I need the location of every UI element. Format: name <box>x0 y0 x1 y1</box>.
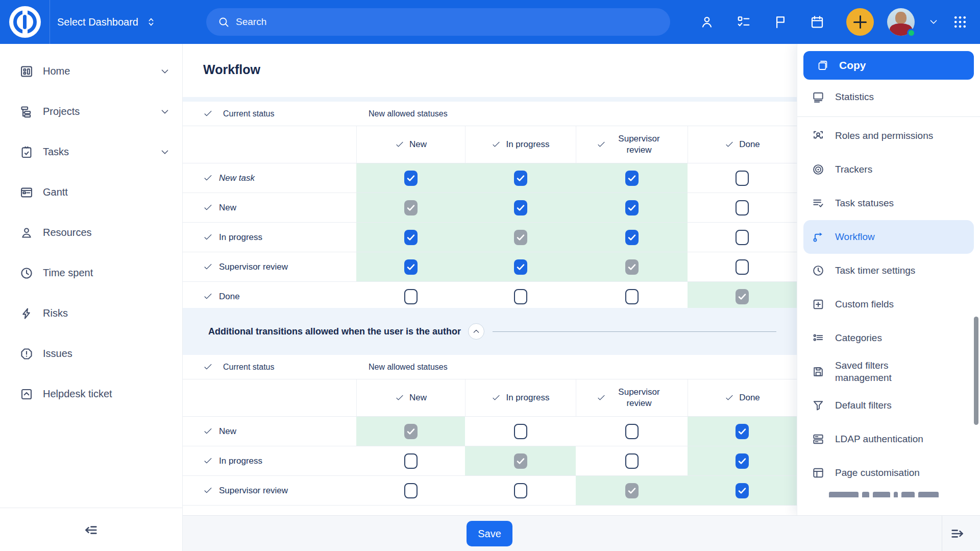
sidebar-item-home[interactable]: Home <box>0 51 182 91</box>
panel-item-label: Saved filters management <box>835 360 947 384</box>
transition-checkbox-unchecked[interactable] <box>514 424 527 439</box>
search-input[interactable]: Search <box>206 8 670 36</box>
sidebar-item-helpdesk-ticket[interactable]: Helpdesk ticket <box>0 374 182 414</box>
workflow-row-supervisor-review: Supervisor review <box>183 476 797 506</box>
transition-checkbox-unchecked[interactable] <box>404 289 418 304</box>
user-avatar[interactable] <box>887 8 915 36</box>
transition-checkbox-checked[interactable] <box>736 483 749 498</box>
transition-cell <box>576 193 688 222</box>
row-label: New <box>183 417 356 446</box>
column-header-in-progress[interactable]: In progress <box>465 126 576 163</box>
panel-scrollbar-thumb[interactable] <box>974 317 978 425</box>
panel-item-trackers[interactable]: Trackers <box>803 153 974 186</box>
copy-icon <box>817 59 829 71</box>
clipped-menu-item <box>829 492 974 497</box>
panel-item-task-statuses[interactable]: Task statuses <box>803 186 974 220</box>
dashboard-selector[interactable]: Select Dashboard <box>57 0 157 44</box>
sidebar-item-risks[interactable]: Risks <box>0 293 182 333</box>
search-icon <box>217 16 230 28</box>
transition-checkbox-unchecked[interactable] <box>736 171 749 186</box>
transition-checkbox-unchecked[interactable] <box>514 289 527 304</box>
transition-checkbox-unchecked[interactable] <box>736 259 749 275</box>
transition-cell <box>465 163 576 193</box>
customfields-icon <box>812 298 825 311</box>
transition-checkbox-unchecked[interactable] <box>625 424 639 439</box>
panel-item-saved-filters-management[interactable]: Saved filters management <box>803 355 974 389</box>
column-header-new[interactable]: New <box>356 126 465 163</box>
transition-checkbox-unchecked[interactable] <box>514 483 527 498</box>
transition-checkbox-checked[interactable] <box>404 259 418 275</box>
panel-item-custom-fields[interactable]: Custom fields <box>803 288 974 321</box>
check-icon <box>203 232 213 242</box>
panel-item-statistics[interactable]: Statistics <box>803 83 974 111</box>
clock-icon <box>812 264 825 277</box>
transition-checkbox-checked[interactable] <box>514 200 527 215</box>
transition-checkbox-checked[interactable] <box>514 171 527 186</box>
column-header-done[interactable]: Done <box>688 379 797 416</box>
check-icon <box>203 262 213 272</box>
panel-item-label: Task statuses <box>835 197 894 209</box>
apps-grid-icon[interactable] <box>952 14 968 30</box>
expand-panel-icon[interactable] <box>949 525 967 542</box>
transition-checkbox-checked[interactable] <box>625 230 639 245</box>
transition-checkbox-checked[interactable] <box>736 424 749 439</box>
transition-checkbox-checked[interactable] <box>625 171 639 186</box>
panel-item-workflow[interactable]: Workflow <box>803 220 974 254</box>
user-menu-chevron-icon[interactable] <box>928 16 939 28</box>
transition-cell <box>688 417 797 446</box>
profile-icon[interactable] <box>699 14 715 30</box>
transition-checkbox-checked[interactable] <box>736 453 749 469</box>
panel-item-task-timer-settings[interactable]: Task timer settings <box>803 254 974 288</box>
transition-cell <box>356 417 465 446</box>
transition-checkbox-checked[interactable] <box>404 171 418 186</box>
panel-item-page-customisation[interactable]: Page customisation <box>803 456 974 490</box>
transition-checkbox-unchecked[interactable] <box>404 483 418 498</box>
app-logo[interactable] <box>0 0 50 44</box>
copy-button[interactable]: Copy <box>803 51 974 80</box>
column-header-in-progress[interactable]: In progress <box>465 379 576 416</box>
transition-checkbox-checked[interactable] <box>625 200 639 215</box>
check-icon <box>492 393 501 402</box>
panel-item-label: Workflow <box>835 231 875 243</box>
panel-item-categories[interactable]: Categories <box>803 321 974 355</box>
panel-item-ldap-authentication[interactable]: LDAP authentication <box>803 422 974 456</box>
sidebar-item-resources[interactable]: Resources <box>0 212 182 253</box>
transition-checkbox-checked[interactable] <box>404 230 418 245</box>
flag-icon[interactable] <box>773 14 788 30</box>
workflow-row-in-progress: In progress <box>183 223 797 252</box>
quick-add-button[interactable] <box>846 8 874 36</box>
transition-cell <box>576 252 688 281</box>
transition-checkbox-unchecked[interactable] <box>625 289 639 304</box>
row-label: Supervisor review <box>183 476 356 505</box>
column-header-supervisor-review[interactable]: Supervisor review <box>576 126 688 163</box>
transition-checkbox-unchecked[interactable] <box>625 453 639 469</box>
column-header-new[interactable]: New <box>356 379 465 416</box>
transition-checkbox-checked[interactable] <box>514 259 527 275</box>
column-header-supervisor-review[interactable]: Supervisor review <box>576 379 688 416</box>
transition-checkbox-unchecked[interactable] <box>404 453 418 469</box>
sort-chevrons-icon <box>145 16 157 28</box>
sidebar-item-tasks[interactable]: Tasks <box>0 132 182 172</box>
panel-item-default-filters[interactable]: Default filters <box>803 389 974 422</box>
transition-checkbox-disabled-checked <box>514 230 527 245</box>
section-title: Additional transitions allowed when the … <box>208 326 461 337</box>
transition-checkbox-disabled-checked <box>404 424 418 439</box>
transition-checkbox-unchecked[interactable] <box>736 230 749 245</box>
checklist-icon[interactable] <box>736 14 751 30</box>
sidebar-item-gantt[interactable]: Gantt <box>0 172 182 212</box>
dashboard-selector-label: Select Dashboard <box>57 16 138 28</box>
collapse-sidebar-icon[interactable] <box>82 521 99 539</box>
calendar-icon[interactable] <box>810 14 825 30</box>
section-collapse-button[interactable] <box>468 323 484 340</box>
workflow-row-in-progress: In progress <box>183 446 797 476</box>
sidebar-item-issues[interactable]: Issues <box>0 333 182 374</box>
transition-checkbox-unchecked[interactable] <box>736 200 749 215</box>
panel-item-roles-and-permissions[interactable]: Roles and permissions <box>803 119 974 153</box>
column-header-done[interactable]: Done <box>688 126 797 163</box>
panel-item-label: Page customisation <box>835 467 920 479</box>
sidebar-item-label: Projects <box>43 106 80 117</box>
save-button[interactable]: Save <box>467 521 512 546</box>
main-content: Workflow Current statusNew allowed statu… <box>183 44 797 515</box>
sidebar-item-time-spent[interactable]: Time spent <box>0 253 182 293</box>
sidebar-item-projects[interactable]: Projects <box>0 91 182 132</box>
